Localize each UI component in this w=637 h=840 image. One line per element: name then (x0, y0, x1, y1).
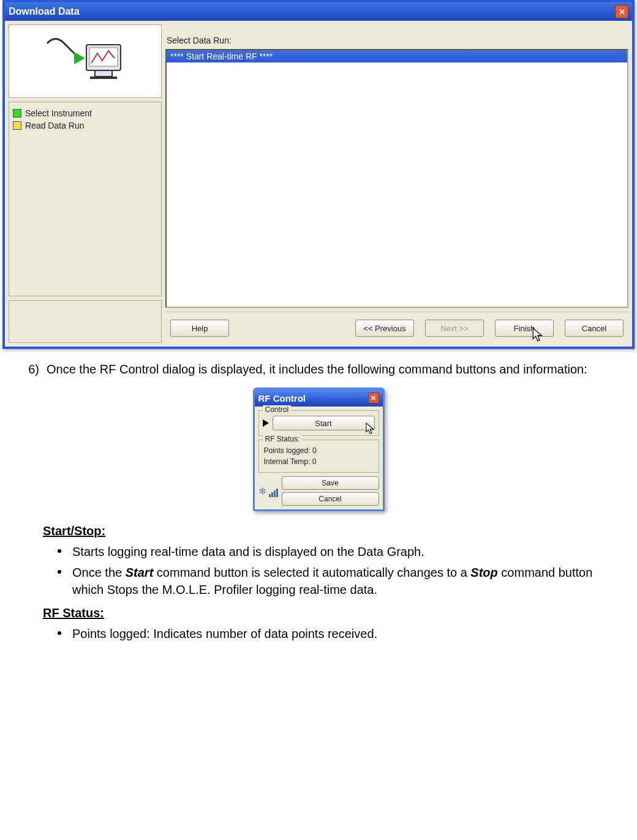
bullet-text: Points logged: Indicates number of data … (72, 625, 377, 642)
signal-bars-icon (269, 489, 278, 497)
button-label: Next >> (440, 324, 469, 333)
bullet-text: Once the Start command button is selecte… (72, 564, 619, 598)
points-logged-value: 0 (312, 446, 317, 455)
save-button[interactable]: Save (282, 476, 379, 490)
start-button[interactable]: Start (273, 416, 375, 430)
rf-control-window: RF Control ✕ Control Start (253, 388, 385, 511)
wizard-step-select-instrument[interactable]: Select Instrument (13, 107, 157, 119)
data-run-listbox[interactable]: **** Start Real-time RF **** (165, 49, 628, 308)
svg-rect-3 (90, 77, 117, 79)
cursor-icon (366, 422, 377, 436)
rf-body: Control Start RF Status: Points logged: … (255, 407, 383, 509)
start-keyword: Start (126, 566, 154, 579)
cancel-button[interactable]: Cancel (565, 320, 624, 337)
bullet-item: Starts logging real-time data and is dis… (43, 543, 619, 560)
step-label: Read Data Run (25, 121, 85, 130)
points-logged-label: Points logged: (264, 446, 311, 455)
snowflake-icon: ❄ (258, 486, 266, 497)
button-label: Finish (514, 324, 535, 333)
wizard-image (9, 24, 162, 98)
listbox-item-start-realtime-rf[interactable]: **** Start Real-time RF **** (167, 50, 627, 62)
internal-temp-row: Internal Temp: 0 (263, 456, 375, 467)
wizard-button-row: Help << Previous Next >> Finish Cancel (165, 312, 628, 343)
svg-rect-2 (95, 70, 112, 77)
internal-temp-value: 0 (312, 457, 317, 466)
rf-bottom-row: ❄ Save Cancel (258, 476, 379, 506)
definitions-section: Start/Stop: Starts logging real-time dat… (0, 522, 637, 658)
button-label: Save (322, 479, 338, 487)
rf-status-group-label: RF Status: (263, 435, 303, 443)
step-status-icon (13, 109, 21, 118)
step-label: Select Instrument (25, 108, 92, 118)
rfstatus-heading: RF Status: (43, 604, 619, 621)
bullet-item: Once the Start command button is selecte… (43, 564, 619, 598)
button-label: Cancel (318, 495, 341, 503)
button-label: Start (315, 419, 331, 428)
computer-download-icon (42, 34, 128, 89)
svg-marker-4 (74, 52, 85, 64)
close-icon: ✕ (619, 7, 625, 17)
close-button[interactable]: ✕ (615, 5, 628, 18)
titlebar[interactable]: Download Data ✕ (5, 2, 632, 21)
button-label: Cancel (582, 324, 606, 333)
bullet-text: Starts logging real-time data and is dis… (72, 543, 424, 560)
button-label: Help (192, 324, 208, 333)
next-button: Next >> (425, 320, 484, 337)
step-number: 6) (18, 361, 39, 378)
play-icon (263, 419, 269, 427)
window-title: Download Data (9, 6, 80, 17)
help-button[interactable]: Help (170, 320, 229, 337)
rf-titlebar[interactable]: RF Control ✕ (255, 389, 383, 407)
download-data-window: Download Data ✕ Select Inst (2, 0, 635, 349)
stop-keyword: Stop (470, 566, 497, 579)
internal-temp-label: Internal Temp: (264, 457, 311, 466)
wizard-left-column: Select Instrument Read Data Run (9, 24, 162, 343)
button-label: << Previous (363, 324, 405, 333)
rf-control-wrap: RF Control ✕ Control Start (0, 388, 637, 511)
rf-close-button[interactable]: ✕ (368, 392, 379, 403)
bullet-icon (58, 631, 61, 635)
startstop-heading: Start/Stop: (43, 522, 619, 539)
bullet-icon (58, 570, 61, 574)
step-text: Once the RF Control dialog is displayed,… (47, 361, 587, 378)
rf-status-icons: ❄ (258, 486, 278, 497)
bullet-item: Points logged: Indicates number of data … (43, 625, 619, 642)
wizard-step-read-data-run[interactable]: Read Data Run (13, 119, 157, 132)
control-group-label: Control (263, 405, 292, 414)
doc-step-6: 6) Once the RF Control dialog is display… (0, 349, 637, 378)
wizard-right-column: Select Data Run: **** Start Real-time RF… (165, 24, 628, 343)
rf-status-group: RF Status: Points logged: 0 Internal Tem… (258, 440, 379, 473)
finish-button[interactable]: Finish (495, 320, 554, 337)
step-status-icon (13, 121, 21, 130)
select-data-run-label: Select Data Run: (165, 24, 628, 45)
points-logged-row: Points logged: 0 (263, 445, 375, 456)
close-icon: ✕ (371, 394, 376, 402)
window-body: Select Instrument Read Data Run Select D… (5, 21, 632, 347)
wizard-steps: Select Instrument Read Data Run (9, 102, 162, 296)
rf-window-title: RF Control (258, 393, 306, 403)
wizard-spacer-panel (9, 300, 162, 343)
rf-cancel-button[interactable]: Cancel (282, 492, 379, 506)
bullet-icon (58, 549, 61, 553)
previous-button[interactable]: << Previous (355, 320, 414, 337)
control-group: Control Start (258, 410, 379, 436)
